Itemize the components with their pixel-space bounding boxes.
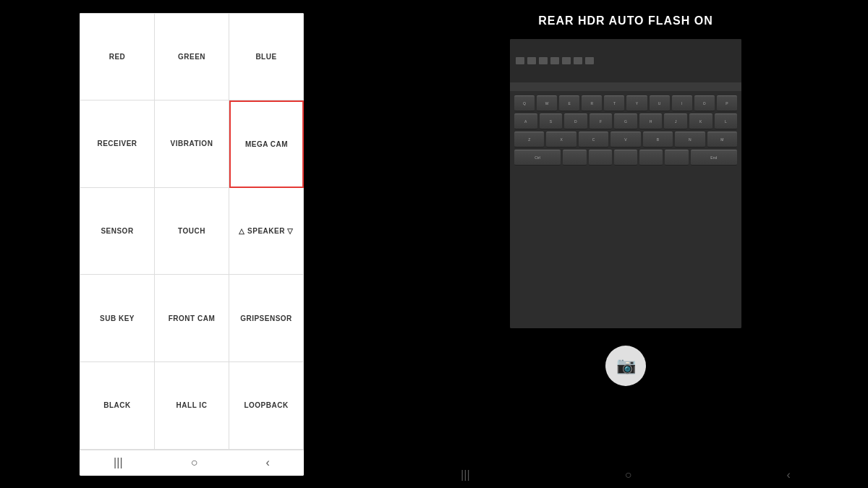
grid-cell-front_cam[interactable]: FRONT CAM: [155, 275, 229, 362]
key-S: S: [540, 114, 563, 129]
key-F: F: [590, 114, 613, 129]
key-V: V: [610, 132, 640, 147]
key-P: P: [717, 95, 737, 111]
key-blank: [563, 150, 586, 166]
back-icon[interactable]: ‹: [266, 456, 270, 469]
right-menu-icon[interactable]: |||: [461, 468, 469, 481]
taskbar-icon-5: [562, 57, 571, 64]
grid-cell-red[interactable]: RED: [80, 14, 155, 101]
camera-preview: QWERTYUIOPASDFGHJKLZXCVBNMCtrlEnd: [510, 39, 741, 328]
taskbar-icon-6: [574, 57, 582, 64]
taskbar-icon-7: [585, 57, 594, 64]
grid-cell-touch[interactable]: TOUCH: [155, 188, 229, 275]
key-row-1: ASDFGHJKL: [514, 114, 737, 129]
key-End: End: [691, 150, 737, 166]
menu-icon[interactable]: |||: [114, 456, 122, 469]
key-I: I: [672, 95, 692, 111]
grid-cell-gripsensor[interactable]: GRIPSENSOR: [229, 275, 304, 362]
right-panel: REAR HDR AUTO FLASH ON QWERTYUIOPASDFGHJ…: [383, 0, 868, 488]
camera-icon: 📷: [616, 356, 636, 375]
key-row-0: QWERTYUIOP: [514, 95, 737, 111]
key-Y: Y: [626, 95, 647, 111]
key-O: O: [694, 95, 715, 111]
taskbar: [510, 39, 741, 82]
grid-cell-vibration[interactable]: VIBRATION: [155, 100, 229, 188]
key-J: J: [664, 114, 687, 129]
key-A: A: [514, 114, 537, 129]
camera-mode-label: REAR HDR AUTO FLASH ON: [538, 14, 713, 27]
right-home-icon[interactable]: ○: [625, 468, 632, 481]
grid-cell-mega_cam[interactable]: MEGA CAM: [229, 100, 304, 188]
grid-cell-sub_key[interactable]: SUB KEY: [80, 275, 155, 362]
right-back-icon[interactable]: ‹: [787, 468, 791, 481]
shutter-button[interactable]: 📷: [605, 346, 646, 386]
test-grid: REDGREENBLUERECEIVERVIBRATIONMEGA CAMSEN…: [80, 13, 304, 450]
taskbar-icon-1: [516, 57, 524, 64]
key-blank: [665, 150, 688, 166]
grid-cell-green[interactable]: GREEN: [155, 14, 229, 101]
grid-cell-loopback[interactable]: LOOPBACK: [229, 362, 304, 450]
key-blank: [589, 150, 612, 166]
key-Z: Z: [514, 132, 544, 147]
grid-cell-sensor[interactable]: SENSOR: [80, 188, 155, 275]
left-nav-bar: ||| ○ ‹: [80, 450, 304, 476]
key-row-3: CtrlEnd: [514, 150, 737, 166]
taskbar-icon-2: [527, 57, 536, 64]
key-H: H: [639, 114, 663, 129]
grid-cell-black[interactable]: BLACK: [80, 362, 155, 450]
camera-feed: QWERTYUIOPASDFGHJKLZXCVBNMCtrlEnd: [510, 39, 741, 328]
key-row-2: ZXCVBNM: [514, 132, 737, 147]
grid-cell-blue[interactable]: BLUE: [229, 14, 304, 101]
taskbar-icon-3: [539, 57, 548, 64]
key-B: B: [643, 132, 673, 147]
key-R: R: [582, 95, 602, 111]
grid-cell-receiver[interactable]: RECEIVER: [80, 100, 155, 188]
right-nav-bar: ||| ○ ‹: [383, 462, 868, 488]
shutter-area: 📷: [605, 346, 646, 386]
key-U: U: [650, 95, 670, 111]
key-X: X: [546, 132, 576, 147]
keyboard-body: QWERTYUIOPASDFGHJKLZXCVBNMCtrlEnd: [510, 91, 741, 328]
key-W: W: [537, 95, 557, 111]
key-G: G: [614, 114, 637, 129]
key-C: C: [579, 132, 608, 147]
taskbar-icon-4: [550, 57, 559, 64]
key-T: T: [604, 95, 624, 111]
key-blank: [614, 150, 637, 166]
key-K: K: [689, 114, 712, 129]
phone-screen: REDGREENBLUERECEIVERVIBRATIONMEGA CAMSEN…: [80, 13, 304, 476]
key-L: L: [715, 114, 738, 129]
home-icon[interactable]: ○: [191, 456, 198, 469]
key-M: M: [707, 132, 737, 147]
key-Ctrl: Ctrl: [514, 150, 561, 166]
grid-cell-speaker[interactable]: △ SPEAKER ▽: [229, 188, 304, 275]
left-panel: REDGREENBLUERECEIVERVIBRATIONMEGA CAMSEN…: [0, 0, 383, 488]
key-Q: Q: [514, 95, 535, 111]
key-E: E: [559, 95, 579, 111]
key-N: N: [675, 132, 705, 147]
key-D: D: [564, 114, 587, 129]
key-blank: [639, 150, 663, 166]
grid-cell-hall_ic[interactable]: HALL IC: [155, 362, 229, 450]
